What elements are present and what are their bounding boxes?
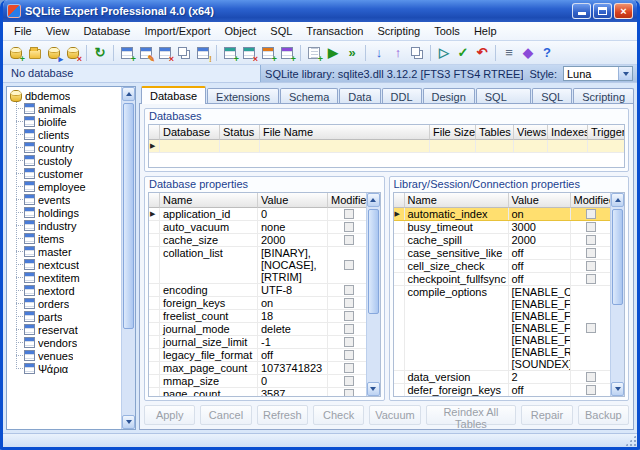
scroll-thumb[interactable] bbox=[123, 103, 134, 329]
property-row-journal-size-limit[interactable]: journal_size_limit-1 bbox=[149, 336, 366, 349]
new-sql-tab-icon[interactable]: + bbox=[305, 44, 323, 62]
tree-item-vendors[interactable]: vendors bbox=[24, 336, 121, 349]
menu-item-view[interactable]: View bbox=[39, 23, 77, 39]
action-button-vacuum[interactable]: Vacuum bbox=[369, 405, 420, 425]
duplicate-table-icon[interactable] bbox=[175, 44, 193, 62]
property-row-freelist-count[interactable]: freelist_count18 bbox=[149, 310, 366, 323]
menu-item-file[interactable]: File bbox=[7, 23, 39, 39]
copy-table-icon[interactable] bbox=[408, 44, 426, 62]
import-data-icon[interactable]: ↓ bbox=[370, 44, 388, 62]
tab-design[interactable]: Design bbox=[423, 88, 475, 104]
action-button-refresh[interactable]: Refresh bbox=[257, 405, 308, 425]
property-row-automatic-index[interactable]: ▶automatic_indexon bbox=[394, 208, 611, 221]
tree-item-holdings[interactable]: holdings bbox=[24, 206, 121, 219]
property-row-foreign-keys[interactable]: foreign_keyson bbox=[149, 297, 366, 310]
tree-item-clients[interactable]: clients bbox=[24, 128, 121, 141]
scroll-up-button[interactable] bbox=[122, 87, 135, 101]
action-button-check[interactable]: Check bbox=[313, 405, 364, 425]
drop-view-icon[interactable]: × bbox=[240, 44, 258, 62]
scroll-track[interactable] bbox=[122, 101, 135, 415]
execute-script-icon[interactable]: » bbox=[343, 44, 361, 62]
scroll-down-button[interactable] bbox=[122, 415, 135, 429]
minimize-button[interactable] bbox=[572, 3, 591, 19]
tree-item-parts[interactable]: parts bbox=[24, 310, 121, 323]
new-table-icon[interactable]: + bbox=[118, 44, 136, 62]
open-database-icon[interactable] bbox=[26, 44, 44, 62]
tree-item-nextord[interactable]: nextord bbox=[24, 284, 121, 297]
tree-item-reservat[interactable]: reservat bbox=[24, 323, 121, 336]
tab-extensions[interactable]: Extensions bbox=[207, 88, 279, 104]
help-icon[interactable]: ? bbox=[538, 44, 556, 62]
action-button-cancel[interactable]: Cancel bbox=[200, 405, 251, 425]
commit-transaction-icon[interactable]: ✓ bbox=[454, 44, 472, 62]
action-button-reindex-all-tables[interactable]: Reindex All Tables bbox=[426, 405, 517, 425]
menu-item-tools[interactable]: Tools bbox=[427, 23, 467, 39]
db-props-scrollbar[interactable] bbox=[366, 193, 380, 396]
tree-item-master[interactable]: master bbox=[24, 245, 121, 258]
tree-item-items[interactable]: items bbox=[24, 232, 121, 245]
begin-transaction-icon[interactable]: ▷ bbox=[435, 44, 453, 62]
menu-item-transaction[interactable]: Transaction bbox=[299, 23, 370, 39]
drop-table-icon[interactable]: × bbox=[156, 44, 174, 62]
new-view-icon[interactable]: + bbox=[221, 44, 239, 62]
tree-item-nextcust[interactable]: nextcust bbox=[24, 258, 121, 271]
database-row-empty[interactable]: ▶ bbox=[149, 140, 624, 153]
property-row-mmap-size[interactable]: mmap_size0 bbox=[149, 375, 366, 388]
style-combobox[interactable]: Luna bbox=[563, 66, 633, 81]
property-row-data-version[interactable]: data_version2 bbox=[394, 371, 611, 384]
tree-scrollbar[interactable] bbox=[121, 87, 135, 429]
tree-item-country[interactable]: country bbox=[24, 141, 121, 154]
export-data-icon[interactable]: ↑ bbox=[389, 44, 407, 62]
tab-sql[interactable]: SQL bbox=[532, 88, 572, 104]
execute-sql-icon[interactable]: ▶ bbox=[324, 44, 342, 62]
style-combobox-dropdown-button[interactable] bbox=[618, 67, 632, 80]
new-trigger-icon[interactable]: + bbox=[278, 44, 296, 62]
tree-item-dbdemos[interactable]: dbdemos bbox=[10, 89, 121, 102]
design-table-icon[interactable]: ✎ bbox=[137, 44, 155, 62]
property-row-cache-size[interactable]: cache_size2000 bbox=[149, 234, 366, 247]
extensions-icon[interactable]: ◆ bbox=[519, 44, 537, 62]
attach-database-icon[interactable]: ▸ bbox=[45, 44, 63, 62]
menu-item-scripting[interactable]: Scripting bbox=[370, 23, 427, 39]
scroll-down-button[interactable] bbox=[367, 382, 380, 396]
tree-item-customer[interactable]: customer bbox=[24, 167, 121, 180]
scroll-down-button[interactable] bbox=[611, 382, 624, 396]
scroll-track[interactable] bbox=[367, 207, 380, 382]
property-row-application-id[interactable]: ▶application_id0 bbox=[149, 208, 366, 221]
property-row-encoding[interactable]: encodingUTF-8 bbox=[149, 284, 366, 297]
tree-item-events[interactable]: events bbox=[24, 193, 121, 206]
property-row-compile-options[interactable]: compile_options[ENABLE_COLUMN_ [ENABLE_F… bbox=[394, 286, 611, 371]
new-index-icon[interactable]: + bbox=[259, 44, 277, 62]
close-button[interactable]: × bbox=[614, 3, 633, 19]
property-row-max-page-count[interactable]: max_page_count1073741823 bbox=[149, 362, 366, 375]
maximize-button[interactable] bbox=[593, 3, 612, 19]
close-database-icon[interactable]: × bbox=[64, 44, 82, 62]
property-row-checkpoint-fullfsync[interactable]: checkpoint_fullfsyncoff bbox=[394, 273, 611, 286]
property-row-journal-mode[interactable]: journal_modedelete bbox=[149, 323, 366, 336]
action-button-apply[interactable]: Apply bbox=[144, 405, 195, 425]
property-row-busy-timeout[interactable]: busy_timeout3000 bbox=[394, 221, 611, 234]
menu-item-object[interactable]: Object bbox=[218, 23, 264, 39]
property-row-defer-foreign-keys[interactable]: defer_foreign_keysoff bbox=[394, 384, 611, 396]
tree-item-biolife[interactable]: biolife bbox=[24, 115, 121, 128]
menu-item-import-export[interactable]: Import/Export bbox=[137, 23, 217, 39]
tree-item-venues[interactable]: venues bbox=[24, 349, 121, 362]
menu-item-help[interactable]: Help bbox=[467, 23, 504, 39]
resize-grip-icon[interactable] bbox=[624, 434, 637, 447]
menu-item-database[interactable]: Database bbox=[76, 23, 137, 39]
rollback-transaction-icon[interactable]: ↶ bbox=[473, 44, 491, 62]
new-database-icon[interactable]: + bbox=[7, 44, 25, 62]
property-row-auto-vacuum[interactable]: auto_vacuumnone bbox=[149, 221, 366, 234]
action-button-repair[interactable]: Repair bbox=[521, 405, 572, 425]
session-props-scrollbar[interactable] bbox=[610, 193, 624, 396]
tree-item-industry[interactable]: industry bbox=[24, 219, 121, 232]
action-button-backup[interactable]: Backup bbox=[578, 405, 629, 425]
tree-item-animals[interactable]: animals bbox=[24, 102, 121, 115]
scroll-track[interactable] bbox=[611, 207, 624, 382]
property-row-collation-list[interactable]: collation_list[BINARY], [NOCASE], [RTRIM… bbox=[149, 247, 366, 284]
tree-item-employee[interactable]: employee bbox=[24, 180, 121, 193]
tab-data[interactable]: Data bbox=[339, 88, 380, 104]
tree-item-nextitem[interactable]: nextitem bbox=[24, 271, 121, 284]
property-row-page-count[interactable]: page_count3587 bbox=[149, 388, 366, 396]
property-row-cache-spill[interactable]: cache_spill2000 bbox=[394, 234, 611, 247]
